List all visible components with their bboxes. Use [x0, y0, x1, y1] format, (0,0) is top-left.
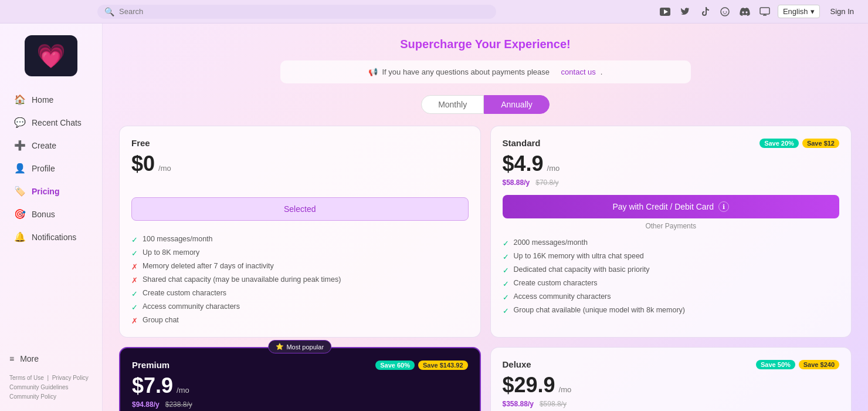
premium-badges: Save 60% Save $143.92 — [375, 361, 467, 370]
language-selector[interactable]: English ▾ — [778, 5, 820, 18]
community-policy-link[interactable]: Community Policy — [9, 393, 56, 400]
free-period: /mo — [158, 164, 171, 173]
svg-rect-5 — [760, 8, 769, 14]
recent-chats-icon: 💬 — [14, 117, 26, 128]
check-icon: ✓ — [503, 266, 509, 275]
standard-feature-5: ✓ Access community characters — [503, 292, 840, 302]
premium-annual-price: $94.88/y $238.8/y — [132, 400, 468, 409]
more-button[interactable]: ≡ More — [9, 349, 93, 369]
free-feature-6-text: Access community characters — [143, 302, 240, 311]
standard-feature-4-text: Create custom characters — [514, 279, 598, 287]
deluxe-save-amt-badge: Save $240 — [799, 360, 839, 369]
sidebar-item-recent-chats-label: Recent Chats — [32, 118, 82, 127]
sidebar-item-notifications-label: Notifications — [32, 233, 76, 242]
free-feature-7-text: Group chat — [143, 316, 179, 324]
discord-icon[interactable] — [738, 5, 752, 19]
sidebar-item-create[interactable]: ➕ Create — [5, 134, 97, 156]
top-nav: 🔍 English ▾ Sign In — [0, 0, 868, 23]
twitter-icon[interactable] — [678, 5, 692, 19]
info-icon: ℹ — [718, 201, 729, 212]
more-label: More — [20, 354, 39, 363]
standard-period: /mo — [547, 164, 560, 173]
premium-plan-name: Premium — [132, 360, 169, 370]
plan-free: Free $0 /mo Selected ✓ 100 messages/mont… — [119, 126, 481, 338]
deluxe-price-row: $29.9 /mo — [503, 373, 840, 397]
free-features: ✓ 100 messages/month ✓ Up to 8K memory ✗… — [131, 235, 469, 325]
standard-feature-6-text: Group chat available (unique model with … — [514, 306, 686, 314]
star-icon: ⭐ — [276, 343, 284, 351]
deluxe-price: $29.9 — [503, 373, 555, 397]
standard-feature-5-text: Access community characters — [514, 292, 611, 301]
premium-annual-highlight: $94.88/y — [132, 400, 160, 409]
plan-deluxe: Deluxe Save 50% Save $240 $29.9 /mo $358… — [490, 347, 852, 411]
search-input[interactable] — [119, 7, 489, 16]
most-popular-badge: ⭐ Most popular — [268, 340, 331, 353]
free-selected-button[interactable]: Selected — [131, 197, 469, 221]
standard-pay-label: Pay with Credit / Debit Card — [612, 202, 714, 211]
nav-icons: English ▾ Sign In — [658, 5, 859, 19]
standard-feature-3: ✓ Dedicated chat capacity with basic pri… — [503, 265, 840, 275]
monitor-icon[interactable] — [758, 5, 772, 19]
sidebar-item-bonus[interactable]: 🎯 Bonus — [5, 203, 97, 225]
check-icon: ✓ — [131, 235, 138, 244]
logo-area: 💗 — [0, 28, 102, 83]
deluxe-badges: Save 50% Save $240 — [756, 360, 839, 369]
premium-annual-strike: $238.8/y — [165, 400, 192, 409]
standard-annual-highlight: $58.88/y — [503, 178, 530, 187]
sidebar-item-notifications[interactable]: 🔔 Notifications — [5, 226, 97, 248]
home-icon: 🏠 — [14, 94, 26, 105]
premium-save-amt-badge: Save $143.92 — [418, 361, 468, 370]
standard-pay-button[interactable]: Pay with Credit / Debit Card ℹ — [503, 195, 840, 218]
check-icon: ✓ — [503, 252, 509, 261]
terms-link[interactable]: Terms of Use — [9, 375, 44, 381]
check-icon: ✓ — [503, 279, 509, 288]
free-feature-5: ✓ Create custom characters — [131, 289, 469, 298]
free-feature-1-text: 100 messages/month — [143, 235, 213, 243]
info-banner: 📢 If you have any questions about paymen… — [280, 60, 691, 83]
annually-toggle[interactable]: Annually — [484, 95, 550, 114]
premium-price-row: $7.9 /mo — [132, 373, 468, 398]
sidebar-item-profile-label: Profile — [32, 164, 55, 173]
free-plan-header: Free — [131, 138, 469, 148]
premium-price: $7.9 — [132, 373, 173, 398]
free-feature-3-text: Memory deleted after 7 days of inactivit… — [143, 262, 274, 270]
sidebar: 💗 🏠 Home 💬 Recent Chats ➕ Create 👤 Profi… — [0, 23, 103, 411]
bonus-icon: 🎯 — [14, 208, 26, 220]
footer-links: Terms of Use | Privacy Policy Community … — [9, 373, 93, 402]
megaphone-icon: 📢 — [368, 68, 378, 76]
community-guidelines-link[interactable]: Community Guidelines — [9, 384, 69, 390]
check-icon: ✓ — [131, 249, 138, 258]
tiktok-icon[interactable] — [698, 5, 712, 19]
sidebar-item-home[interactable]: 🏠 Home — [5, 89, 97, 110]
contact-us-link[interactable]: contact us — [561, 68, 596, 76]
free-feature-7: ✗ Group chat — [131, 316, 469, 325]
create-icon: ➕ — [14, 140, 26, 151]
standard-other-payments[interactable]: Other Payments — [503, 222, 840, 230]
free-price: $0 — [131, 151, 155, 176]
free-feature-6: ✓ Access community characters — [131, 302, 469, 312]
deluxe-annual-strike: $598.8/y — [540, 400, 567, 408]
sidebar-item-recent-chats[interactable]: 💬 Recent Chats — [5, 112, 97, 133]
deluxe-plan-header: Deluxe Save 50% Save $240 — [503, 359, 840, 369]
svg-point-2 — [721, 8, 729, 16]
sidebar-item-pricing[interactable]: 🏷️ Pricing — [5, 180, 97, 202]
search-bar[interactable]: 🔍 — [97, 5, 496, 19]
monthly-toggle[interactable]: Monthly — [421, 95, 484, 114]
banner-text: If you have any questions about payments… — [382, 68, 550, 76]
search-icon: 🔍 — [104, 7, 114, 16]
check-icon: ✓ — [503, 306, 509, 315]
sidebar-item-create-label: Create — [32, 141, 56, 150]
sidebar-item-profile[interactable]: 👤 Profile — [5, 157, 97, 179]
x-icon: ✗ — [131, 262, 138, 271]
reddit-icon[interactable] — [718, 5, 732, 19]
app-logo[interactable]: 💗 — [25, 35, 77, 76]
privacy-link[interactable]: Privacy Policy — [52, 375, 89, 381]
svg-point-4 — [725, 11, 727, 12]
standard-price: $4.9 — [503, 151, 544, 176]
sign-in-button[interactable]: Sign In — [826, 5, 859, 18]
standard-feature-3-text: Dedicated chat capacity with basic prior… — [514, 265, 650, 274]
free-price-row: $0 /mo — [131, 151, 469, 176]
youtube-icon[interactable] — [658, 5, 672, 19]
free-plan-name: Free — [131, 138, 150, 148]
standard-feature-1: ✓ 2000 messages/month — [503, 238, 840, 248]
